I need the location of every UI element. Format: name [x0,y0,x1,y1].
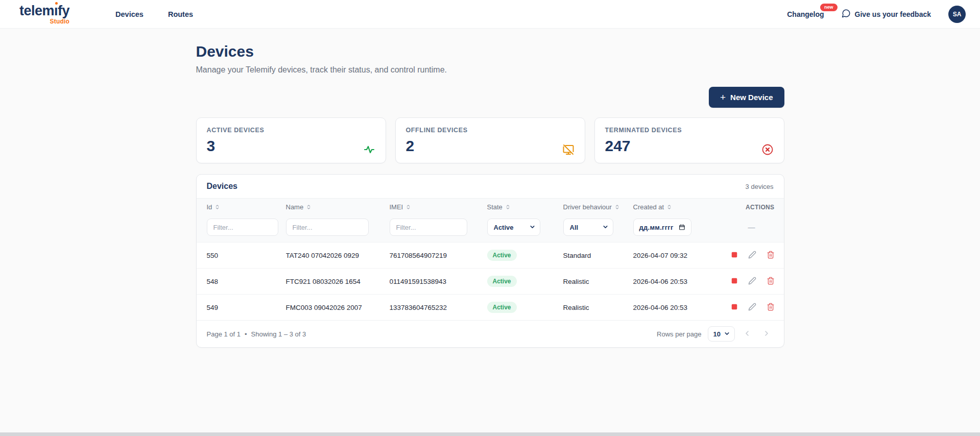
table-row[interactable]: 548 FTC921 08032026 1654 011491591538943… [197,269,784,295]
cell-id: 550 [197,243,286,269]
stat-label: ACTIVE DEVICES [207,127,375,134]
feedback-link[interactable]: Give us your feedback [842,9,931,19]
stop-icon [731,277,738,284]
actions-filter-placeholder: — [715,215,784,243]
status-badge: Active [487,250,517,261]
table-title: Devices [207,182,238,191]
stats-cards: ACTIVE DEVICES 3 OFFLINE DEVICES 2 TERMI… [196,117,784,163]
filter-row: Active All дд.мм.гггг [197,215,784,243]
cell-created: 2026-04-07 09:32 [633,243,715,269]
cell-imei: 011491591538943 [390,269,487,295]
edit-device-button[interactable] [748,277,756,286]
stat-card-terminated: TERMINATED DEVICES 247 [594,117,784,163]
top-navigation-bar: telemıfy Studio Devices Routes Changelog… [0,0,980,29]
rows-per-page-select[interactable]: 10 [708,326,735,342]
cell-driver: Standard [563,243,633,269]
changelog-link[interactable]: Changelog new [787,10,824,18]
status-badge: Active [487,302,517,313]
pencil-icon [748,277,756,285]
column-header-state[interactable]: State [487,203,511,211]
new-badge: new [820,4,838,11]
chevron-right-icon [762,329,771,337]
driver-filter-select[interactable]: All [563,219,613,236]
table-row[interactable]: 549 FMC003 09042026 2007 133783604765232… [197,295,784,321]
sort-icon [666,204,672,210]
main-content: Devices Manage your Telemify devices, tr… [196,29,784,348]
plus-icon: + [720,92,726,102]
column-header-driver[interactable]: Driver behaviour [563,203,620,211]
chat-bubble-icon [842,9,851,19]
imei-filter-input[interactable] [390,219,467,236]
column-header-row: Id Name IMEI State Driver behaviour Crea… [197,199,784,215]
column-header-created[interactable]: Created at [633,203,673,211]
page-subtitle: Manage your Telemify devices, track thei… [196,65,784,75]
created-at-date-input[interactable]: дд.мм.гггг [633,219,691,236]
cell-imei: 761708564907219 [390,243,487,269]
trash-icon [767,277,775,285]
cell-name: FMC003 09042026 2007 [286,295,390,321]
stop-icon [731,303,738,310]
name-filter-input[interactable] [286,219,369,236]
edit-device-button[interactable] [748,303,756,312]
logo-studio-label: Studio [19,18,69,25]
id-filter-input[interactable] [207,219,278,236]
pencil-icon [748,251,756,259]
delete-device-button[interactable] [767,277,775,286]
chevron-left-icon [743,329,751,337]
stop-device-button[interactable] [731,303,738,312]
table-footer: Page 1 of 1 • Showing 1 – 3 of 3 Rows pe… [197,320,784,347]
device-count: 3 devices [746,183,774,190]
nav-item-devices[interactable]: Devices [115,10,144,18]
stop-device-button[interactable] [731,251,738,260]
column-header-name[interactable]: Name [286,203,312,211]
devices-table-card: Devices 3 devices Id Name IMEI State Dri… [196,174,784,348]
showing-info: Showing 1 – 3 of 3 [251,330,306,338]
stat-value: 247 [605,137,774,155]
x-circle-icon [761,143,774,158]
pencil-icon [748,303,756,311]
main-nav: Devices Routes [115,10,193,18]
table-row[interactable]: 550 TAT240 07042026 0929 761708564907219… [197,243,784,269]
sort-icon [505,204,511,210]
edit-device-button[interactable] [748,251,756,260]
page-title: Devices [196,43,784,60]
sort-icon [405,204,411,210]
trash-icon [767,303,775,311]
delete-device-button[interactable] [767,251,775,260]
column-header-id[interactable]: Id [207,203,221,211]
activity-icon [363,143,375,158]
next-page-button[interactable] [759,328,774,340]
sort-icon [306,204,312,210]
delete-device-button[interactable] [767,303,775,312]
devices-table: Id Name IMEI State Driver behaviour Crea… [197,199,784,320]
status-badge: Active [487,276,517,287]
stop-icon [731,251,738,258]
page-info: Page 1 of 1 [207,330,241,338]
cell-id: 548 [197,269,286,295]
horizontal-scrollbar[interactable] [0,432,980,436]
stat-card-offline: OFFLINE DEVICES 2 [395,117,585,163]
cell-id: 549 [197,295,286,321]
nav-item-routes[interactable]: Routes [168,10,193,18]
monitor-off-icon [562,143,575,158]
cell-driver: Realistic [563,269,633,295]
stat-card-active: ACTIVE DEVICES 3 [196,117,386,163]
stat-label: OFFLINE DEVICES [406,127,575,134]
stat-value: 2 [406,137,575,155]
column-header-actions: ACTIONS [715,199,784,215]
stat-value: 3 [207,137,375,155]
previous-page-button[interactable] [740,328,754,340]
logo-dot [55,2,58,5]
sort-icon [614,204,620,210]
stat-label: TERMINATED DEVICES [605,127,774,134]
state-filter-select[interactable]: Active [487,219,540,236]
trash-icon [767,251,775,259]
cell-created: 2026-04-06 20:53 [633,269,715,295]
cell-driver: Realistic [563,295,633,321]
stop-device-button[interactable] [731,277,738,286]
column-header-imei[interactable]: IMEI [390,203,412,211]
user-avatar[interactable]: SA [948,6,966,23]
new-device-button[interactable]: + New Device [709,87,784,108]
telemify-logo[interactable]: telemıfy Studio [19,4,69,25]
calendar-icon [679,224,685,231]
